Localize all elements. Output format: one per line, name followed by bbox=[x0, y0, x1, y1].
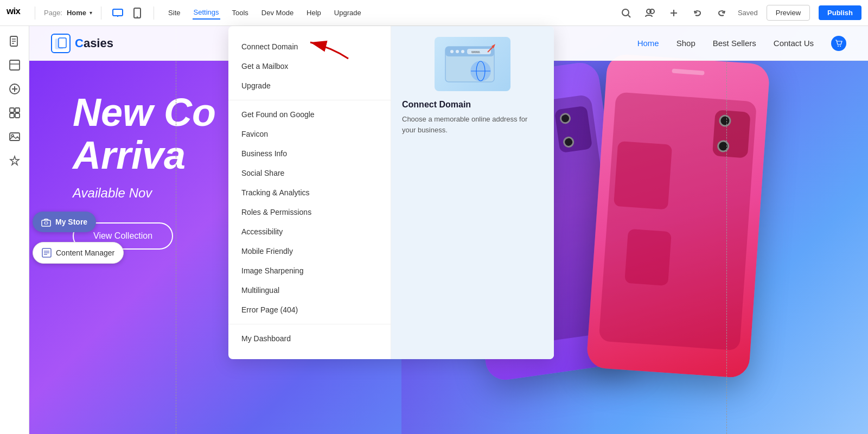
menu-error-page[interactable]: Error Page (404) bbox=[228, 300, 391, 320]
menu-image-sharpening[interactable]: Image Sharpening bbox=[228, 261, 391, 280]
left-sidebar bbox=[0, 26, 29, 434]
svg-rect-24 bbox=[15, 113, 20, 118]
nav-devmode[interactable]: Dev Mode bbox=[260, 7, 295, 19]
site-nav-home[interactable]: Home bbox=[637, 39, 659, 48]
svg-rect-21 bbox=[10, 108, 14, 112]
svg-rect-22 bbox=[15, 108, 20, 112]
menu-upgrade[interactable]: Upgrade bbox=[228, 76, 391, 95]
svg-rect-32 bbox=[44, 222, 48, 224]
publish-button[interactable]: Publish bbox=[819, 5, 861, 20]
site-nav-contact[interactable]: Contact Us bbox=[774, 39, 814, 48]
wix-logo: wix bbox=[7, 6, 26, 20]
logo-icon bbox=[51, 34, 71, 53]
undo-icon[interactable] bbox=[690, 5, 705, 21]
divider-1 bbox=[35, 7, 35, 20]
dropdown-left-panel: Connect Domain Get a Mailbox Upgrade Get… bbox=[228, 26, 391, 359]
nav-help[interactable]: Help bbox=[305, 7, 322, 19]
content-manager-icon bbox=[42, 248, 52, 258]
svg-point-40 bbox=[456, 50, 459, 53]
menu-roles-permissions[interactable]: Roles & Permissions bbox=[228, 202, 391, 222]
svg-point-39 bbox=[450, 50, 454, 53]
tools-icon[interactable] bbox=[666, 5, 681, 21]
top-bar: wix Page: Home ▾ Site Settings Tools Dev… bbox=[0, 0, 868, 26]
divider-menu-1 bbox=[228, 100, 391, 100]
top-bar-right: Saved Preview Publish bbox=[618, 5, 861, 21]
site-nav: Home Shop Best Sellers Contact Us bbox=[637, 36, 846, 51]
hero-title-line2: Arriva bbox=[73, 134, 216, 177]
svg-point-29 bbox=[838, 46, 839, 47]
connect-domain-preview-desc: Choose a memorable online address for yo… bbox=[402, 114, 543, 135]
menu-social-share[interactable]: Social Share bbox=[228, 163, 391, 183]
menu-multilingual[interactable]: Multilingual bbox=[228, 280, 391, 300]
menu-mobile-friendly[interactable]: Mobile Friendly bbox=[228, 241, 391, 261]
svg-text:www.: www. bbox=[471, 50, 481, 54]
svg-text:wix: wix bbox=[7, 6, 21, 16]
svg-line-7 bbox=[628, 15, 630, 17]
svg-rect-23 bbox=[10, 113, 14, 118]
guide-line-left bbox=[176, 26, 176, 434]
menu-get-found-google[interactable]: Get Found on Google bbox=[228, 105, 391, 124]
svg-point-30 bbox=[840, 46, 841, 47]
nav-upgrade[interactable]: Upgrade bbox=[333, 7, 362, 19]
svg-rect-25 bbox=[10, 133, 20, 141]
menu-my-dashboard[interactable]: My Dashboard bbox=[228, 329, 391, 348]
page-label: Page: bbox=[44, 9, 62, 17]
saved-indicator: Saved bbox=[738, 9, 758, 17]
add-elements-icon[interactable] bbox=[4, 78, 25, 100]
svg-point-5 bbox=[137, 16, 138, 17]
nav-tools[interactable]: Tools bbox=[231, 7, 250, 19]
hero-available: Available Nov bbox=[73, 186, 216, 201]
store-icon bbox=[41, 217, 51, 227]
redo-icon[interactable] bbox=[714, 5, 729, 21]
preview-button[interactable]: Preview bbox=[767, 5, 810, 21]
my-store-button[interactable]: My Store bbox=[33, 212, 96, 232]
hero-title-line1: New Co bbox=[73, 91, 216, 134]
site-nav-bestsellers[interactable]: Best Sellers bbox=[713, 39, 756, 48]
sections-icon[interactable] bbox=[4, 54, 25, 76]
chevron-down-icon: ▾ bbox=[90, 10, 92, 16]
divider-2 bbox=[101, 7, 101, 20]
svg-rect-16 bbox=[10, 60, 20, 70]
design-icon[interactable] bbox=[4, 150, 25, 171]
menu-tracking-analytics[interactable]: Tracking & Analytics bbox=[228, 183, 391, 202]
top-nav: Site Settings Tools Dev Mode Help Upgrad… bbox=[167, 6, 362, 20]
connect-domain-illustration: www. bbox=[435, 37, 510, 91]
nav-site[interactable]: Site bbox=[167, 7, 181, 19]
svg-rect-31 bbox=[42, 220, 50, 226]
cart-icon[interactable] bbox=[831, 36, 846, 51]
mobile-icon[interactable] bbox=[130, 5, 145, 21]
search-icon[interactable] bbox=[618, 5, 634, 21]
menu-connect-domain[interactable]: Connect Domain bbox=[228, 37, 391, 56]
media-icon[interactable] bbox=[4, 126, 25, 148]
site-logo-text: Casies bbox=[75, 36, 113, 50]
dropdown-right-panel: www. Connect Domain Choose a memorable o… bbox=[391, 26, 554, 359]
apps-icon[interactable] bbox=[4, 102, 25, 124]
menu-business-info[interactable]: Business Info bbox=[228, 144, 391, 163]
site-logo: Casies bbox=[51, 34, 113, 53]
connect-domain-preview-title: Connect Domain bbox=[402, 100, 471, 110]
svg-rect-1 bbox=[113, 9, 123, 16]
svg-rect-28 bbox=[59, 38, 66, 48]
page-name: Home bbox=[67, 9, 86, 17]
divider-menu-2 bbox=[228, 324, 391, 324]
device-icons bbox=[110, 5, 145, 21]
my-store-label: My Store bbox=[55, 218, 87, 226]
content-manager-button[interactable]: Content Manager bbox=[33, 242, 124, 264]
menu-get-mailbox[interactable]: Get a Mailbox bbox=[228, 56, 391, 76]
site-nav-shop[interactable]: Shop bbox=[676, 39, 695, 48]
pages-icon[interactable] bbox=[4, 30, 25, 52]
page-selector[interactable]: Page: Home ▾ bbox=[44, 9, 92, 17]
svg-point-41 bbox=[461, 50, 464, 53]
settings-dropdown: Connect Domain Get a Mailbox Upgrade Get… bbox=[228, 26, 554, 359]
collaboration-icon[interactable] bbox=[642, 5, 658, 21]
menu-accessibility[interactable]: Accessibility bbox=[228, 222, 391, 241]
content-manager-label: Content Manager bbox=[56, 248, 114, 257]
menu-favicon[interactable]: Favicon bbox=[228, 124, 391, 144]
nav-settings[interactable]: Settings bbox=[193, 6, 220, 20]
guide-line-right bbox=[726, 26, 727, 434]
divider-3 bbox=[154, 7, 154, 20]
svg-point-6 bbox=[622, 9, 629, 16]
desktop-icon[interactable] bbox=[110, 5, 125, 21]
